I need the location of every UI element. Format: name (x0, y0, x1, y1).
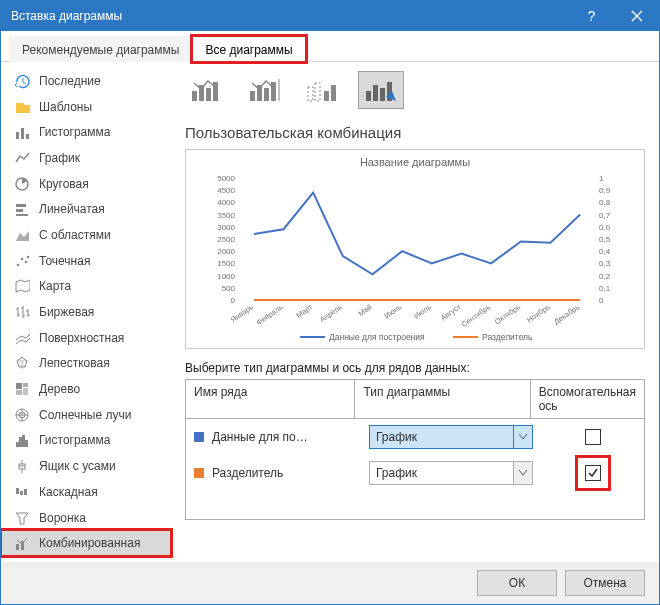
secondary-axis-checkbox-holder (577, 421, 609, 453)
close-button[interactable] (614, 1, 659, 31)
svg-text:Июль: Июль (412, 302, 433, 320)
secondary-axis-checkbox[interactable] (585, 429, 601, 445)
series-axis-cell (542, 417, 644, 457)
sidebar-item-map[interactable]: Карта (1, 274, 171, 300)
sidebar-item-label: Воронка (39, 511, 86, 525)
svg-rect-44 (373, 85, 378, 101)
sidebar-item-surface[interactable]: Поверхностная (1, 325, 171, 351)
chart-preview: Название диаграммы0500100015002000250030… (185, 149, 645, 349)
hbar-icon (13, 201, 31, 217)
svg-rect-20 (25, 440, 28, 447)
svg-text:1000: 1000 (217, 272, 235, 281)
combo-thumb-icon (190, 77, 224, 103)
series-type-select[interactable]: График (369, 461, 533, 485)
svg-rect-13 (23, 388, 28, 395)
svg-rect-34 (250, 91, 255, 101)
sidebar-item-label: Солнечные лучи (39, 408, 131, 422)
sidebar-item-combo[interactable]: Комбинированная (1, 530, 171, 556)
bar-icon (13, 124, 31, 140)
svg-text:Август: Август (439, 302, 463, 323)
sidebar-item-label: Круговая (39, 177, 89, 191)
svg-rect-41 (324, 91, 329, 101)
sidebar-item-label: Поверхностная (39, 331, 124, 345)
svg-text:0,4: 0,4 (599, 247, 611, 256)
sidebar-item-waterfall[interactable]: Каскадная (1, 479, 171, 505)
svg-rect-28 (16, 544, 19, 550)
svg-rect-42 (331, 85, 336, 101)
svg-text:3000: 3000 (217, 223, 235, 232)
ok-button[interactable]: ОК (477, 570, 557, 596)
help-button[interactable]: ? (569, 1, 614, 31)
svg-rect-27 (24, 489, 27, 495)
sidebar-item-stock[interactable]: Биржевая (1, 299, 171, 325)
sidebar-item-label: Комбинированная (39, 536, 140, 550)
svg-text:0,2: 0,2 (599, 272, 611, 281)
tab-all-charts[interactable]: Все диаграммы (192, 36, 305, 62)
sidebar-item-label: Гистограмма (39, 433, 110, 447)
cancel-button[interactable]: Отмена (565, 570, 645, 596)
combo-subtype-3[interactable] (301, 72, 345, 108)
svg-rect-12 (23, 383, 28, 387)
title-bar: Вставка диаграммы ? (1, 1, 659, 31)
svg-rect-37 (271, 82, 276, 101)
sidebar-item-label: С областями (39, 228, 111, 242)
svg-text:Январь: Январь (229, 302, 255, 324)
surface-icon (13, 330, 31, 346)
histo-icon (13, 432, 31, 448)
sidebar-item-tree[interactable]: Дерево (1, 376, 171, 402)
sidebar-item-label: Каскадная (39, 485, 98, 499)
sidebar-item-line[interactable]: График (1, 145, 171, 171)
svg-point-10 (27, 255, 30, 258)
sidebar-item-recent[interactable]: Последние (1, 68, 171, 94)
svg-text:Март: Март (294, 302, 314, 320)
svg-text:1500: 1500 (217, 259, 235, 268)
combo-subtype-custom[interactable] (359, 72, 403, 108)
col-header-axis: Вспомогательная ось (531, 380, 644, 418)
svg-text:0,8: 0,8 (599, 198, 611, 207)
sidebar-item-histo[interactable]: Гистограмма (1, 428, 171, 454)
combo-subtype-2[interactable] (243, 72, 287, 108)
box-icon (13, 458, 31, 474)
sidebar-item-hbar[interactable]: Линейчатая (1, 196, 171, 222)
sidebar-item-radar[interactable]: Лепестковая (1, 351, 171, 377)
sidebar-item-funnel[interactable]: Воронка (1, 505, 171, 531)
sidebar-item-area[interactable]: С областями (1, 222, 171, 248)
svg-text:0,5: 0,5 (599, 235, 611, 244)
sidebar-item-label: Последние (39, 74, 101, 88)
series-grid: Имя ряда Тип диаграммы Вспомогательная о… (185, 379, 645, 520)
sidebar-item-templates[interactable]: Шаблоны (1, 94, 171, 120)
svg-rect-45 (380, 88, 385, 101)
sidebar-item-label: Биржевая (39, 305, 94, 319)
series-row: Данные для по…График (186, 419, 644, 455)
tree-icon (13, 381, 31, 397)
sidebar-item-scatter[interactable]: Точечная (1, 248, 171, 274)
combo-thumb-icon (248, 77, 282, 103)
svg-text:Данные для построения: Данные для построения (329, 332, 425, 342)
svg-text:Октябрь: Октябрь (493, 302, 522, 326)
svg-rect-1 (21, 128, 24, 139)
series-picker-label: Выберите тип диаграммы и ось для рядов д… (185, 361, 645, 375)
waterfall-icon (13, 484, 31, 500)
combo-subtype-1[interactable] (185, 72, 229, 108)
dialog-body: ПоследниеШаблоныГистограммаГрафикКругова… (1, 62, 659, 562)
sidebar-item-bar[interactable]: Гистограмма (1, 119, 171, 145)
tab-recommended[interactable]: Рекомендуемые диаграммы (9, 36, 192, 62)
svg-text:Разделитель: Разделитель (482, 332, 533, 342)
sidebar-item-pie[interactable]: Круговая (1, 171, 171, 197)
svg-text:2500: 2500 (217, 235, 235, 244)
funnel-icon (13, 510, 31, 526)
svg-text:0,6: 0,6 (599, 223, 611, 232)
sidebar-item-box[interactable]: Ящик с усами (1, 453, 171, 479)
tab-strip: Рекомендуемые диаграммы Все диаграммы (1, 31, 659, 62)
svg-rect-2 (26, 134, 29, 139)
svg-rect-33 (213, 82, 218, 101)
svg-rect-39 (308, 87, 313, 101)
sidebar-item-sunburst[interactable]: Солнечные лучи (1, 402, 171, 428)
area-icon (13, 227, 31, 243)
series-grid-header: Имя ряда Тип диаграммы Вспомогательная о… (186, 380, 644, 419)
series-grid-body: Данные для по…ГрафикРазделительГрафик (186, 419, 644, 519)
secondary-axis-checkbox[interactable] (585, 465, 601, 481)
combo-thumb-icon (364, 77, 398, 103)
series-type-select[interactable]: График (369, 425, 533, 449)
series-type-value: График (370, 466, 513, 480)
